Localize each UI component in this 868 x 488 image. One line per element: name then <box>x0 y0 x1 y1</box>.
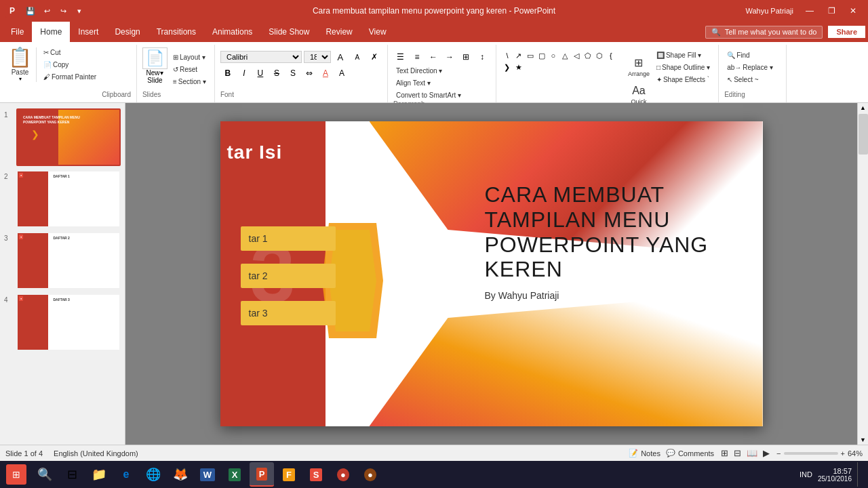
pentagon-tool[interactable]: ⬠ <box>583 50 593 61</box>
columns-button[interactable]: ⊞ <box>458 50 473 64</box>
shape-effects-button[interactable]: ✦Shape Effects ` <box>654 75 713 85</box>
font-color-button[interactable]: A <box>318 66 333 80</box>
slide-thumb-4[interactable]: 4 ● DAFTAR 3 <box>4 293 121 351</box>
daftar-title[interactable]: tar Isi <box>227 142 283 163</box>
taskbar-chrome[interactable]: 🌐 <box>141 462 165 487</box>
arrange-button[interactable]: ⊞ Arrange <box>627 50 651 83</box>
format-painter-button[interactable]: 🖌Format Painter <box>41 72 99 82</box>
shape-outline-button[interactable]: □Shape Outline ▾ <box>654 62 713 73</box>
taskbar-file-explorer[interactable]: 📁 <box>87 462 111 487</box>
slide-1-preview[interactable]: CARA MEMBUAT TAMPILAN MENU POWERPOINT YA… <box>16 108 121 166</box>
align-text-button[interactable]: Align Text ▾ <box>393 78 433 88</box>
shadow-button[interactable]: S <box>285 66 300 80</box>
layout-button[interactable]: ⊞Layout ▾ <box>170 52 209 62</box>
taskbar-app-dark[interactable]: ● <box>358 462 382 487</box>
start-button[interactable]: ⊞ <box>3 462 30 487</box>
font-size-select[interactable]: 18 <box>304 51 331 63</box>
zoom-slider[interactable] <box>784 452 838 455</box>
customize-quick-access-button[interactable]: ▾ <box>72 3 87 18</box>
slide-main-text[interactable]: CARA MEMBUAT TAMPILAN MENU POWERPOINT YA… <box>485 182 749 301</box>
hexagon-tool[interactable]: ⬡ <box>594 50 605 61</box>
numbering-button[interactable]: ≡ <box>410 50 425 64</box>
font-name-select[interactable]: Calibri <box>220 51 302 63</box>
undo-button[interactable]: ↩ <box>39 3 54 18</box>
oval-tool[interactable]: ○ <box>548 50 559 61</box>
decrease-font-button[interactable]: A <box>350 50 365 64</box>
tab-review[interactable]: Review <box>317 22 360 42</box>
bullets-button[interactable]: ☰ <box>393 50 408 64</box>
taskbar-app-s[interactable]: S <box>304 462 328 487</box>
right-scrollbar[interactable]: ▲ ▼ <box>857 103 868 445</box>
tab-home[interactable]: Home <box>32 22 70 42</box>
reset-button[interactable]: ↺Reset <box>170 64 209 75</box>
bracket-tool[interactable]: { <box>606 50 616 61</box>
taskbar-word[interactable]: W <box>195 462 220 487</box>
slide-3-preview[interactable]: ● DAFTAR 2 <box>16 232 121 289</box>
comments-button[interactable]: 💬 Comments <box>666 449 714 458</box>
slide-sorter-button[interactable]: ⊟ <box>732 447 743 460</box>
tab-design[interactable]: Design <box>106 22 148 42</box>
taskbar-firefox[interactable]: 🦊 <box>168 462 193 487</box>
decrease-indent-button[interactable]: ← <box>426 50 441 64</box>
scroll-up-button[interactable]: ▲ <box>859 103 868 113</box>
reading-view-button[interactable]: 📖 <box>745 447 759 460</box>
normal-view-button[interactable]: ⊞ <box>719 447 730 460</box>
chevron-tool[interactable]: ❯ <box>502 62 513 73</box>
taskbar-edge[interactable]: e <box>114 462 138 487</box>
rtriangle-tool[interactable]: ◁ <box>571 50 582 61</box>
line-spacing-button[interactable]: ↕ <box>475 50 490 64</box>
tab-file[interactable]: File <box>3 22 32 42</box>
canvas-area[interactable]: 3 tar Isi tar 1 tar 2 <box>125 103 857 445</box>
taskbar-search[interactable]: 🔍 <box>33 462 57 487</box>
arrow-tool[interactable]: ↗ <box>513 50 524 61</box>
cut-button[interactable]: ✂Cut <box>41 47 99 58</box>
minimize-button[interactable]: — <box>800 3 819 18</box>
slide-thumb-3[interactable]: 3 ● DAFTAR 2 <box>4 232 121 289</box>
save-button[interactable]: 💾 <box>23 3 38 18</box>
star-tool[interactable]: ★ <box>513 62 524 73</box>
italic-button[interactable]: I <box>237 66 252 80</box>
slide-panel[interactable]: 1 CARA MEMBUAT TAMPILAN MENU POWERPOINT … <box>0 103 125 445</box>
tab-animations[interactable]: Animations <box>204 22 260 42</box>
taskbar-app-f[interactable]: F <box>277 462 301 487</box>
taskbar-powerpoint[interactable]: P <box>250 462 274 487</box>
new-slide-button[interactable]: 📄 New ▾ Slide <box>142 47 167 91</box>
menu-item-3[interactable]: tar 3 <box>241 301 336 325</box>
tab-insert[interactable]: Insert <box>70 22 106 42</box>
show-desktop-button[interactable] <box>857 462 860 487</box>
shape-fill-button[interactable]: 🔲Shape Fill ▾ <box>654 50 713 60</box>
tab-view[interactable]: View <box>361 22 395 42</box>
copy-button[interactable]: 📄Copy <box>41 60 99 70</box>
paste-button[interactable]: 📋 Paste ▾ <box>8 47 37 82</box>
zoom-in-button[interactable]: + <box>841 449 845 458</box>
convert-smartart-button[interactable]: Convert to SmartArt ▾ <box>393 90 464 100</box>
increase-font-button[interactable]: A <box>333 50 348 64</box>
slide-4-preview[interactable]: ● DAFTAR 3 <box>16 293 121 351</box>
spacing-button[interactable]: ⇔ <box>302 66 317 80</box>
slide-thumb-1[interactable]: 1 CARA MEMBUAT TAMPILAN MENU POWERPOINT … <box>4 108 121 166</box>
rect-tool[interactable]: ▭ <box>525 50 536 61</box>
clear-format-button[interactable]: ✗ <box>367 50 382 64</box>
slide-canvas[interactable]: 3 tar Isi tar 1 tar 2 <box>220 121 763 426</box>
zoom-out-button[interactable]: − <box>776 449 781 458</box>
section-button[interactable]: ≡Section ▾ <box>170 77 209 87</box>
find-button[interactable]: 🔍Find <box>724 50 776 60</box>
ribbon-search[interactable]: 🔍 Tell me what you want to do <box>705 26 823 39</box>
tab-slideshow[interactable]: Slide Show <box>260 22 317 42</box>
taskbar-excel[interactable]: X <box>222 462 247 487</box>
close-button[interactable]: ✕ <box>844 3 863 18</box>
select-button[interactable]: ↖Select ~ <box>724 75 776 85</box>
notes-button[interactable]: 📝 Notes <box>629 449 660 458</box>
underline-button[interactable]: U <box>253 66 268 80</box>
scroll-down-button[interactable]: ▼ <box>859 435 868 445</box>
menu-item-1[interactable]: tar 1 <box>241 226 336 251</box>
increase-indent-button[interactable]: → <box>442 50 457 64</box>
slide-2-preview[interactable]: ● DAFTAR 1 <box>16 170 121 228</box>
triangle-tool[interactable]: △ <box>559 50 570 61</box>
rounded-rect-tool[interactable]: ▢ <box>536 50 547 61</box>
slideshow-button[interactable]: ▶ <box>762 447 771 460</box>
slide-thumb-2[interactable]: 2 ● DAFTAR 1 <box>4 170 121 228</box>
share-button[interactable]: Share <box>828 26 865 38</box>
replace-button[interactable]: ab→Replace ▾ <box>724 62 776 73</box>
highlight-button[interactable]: A <box>334 66 349 80</box>
